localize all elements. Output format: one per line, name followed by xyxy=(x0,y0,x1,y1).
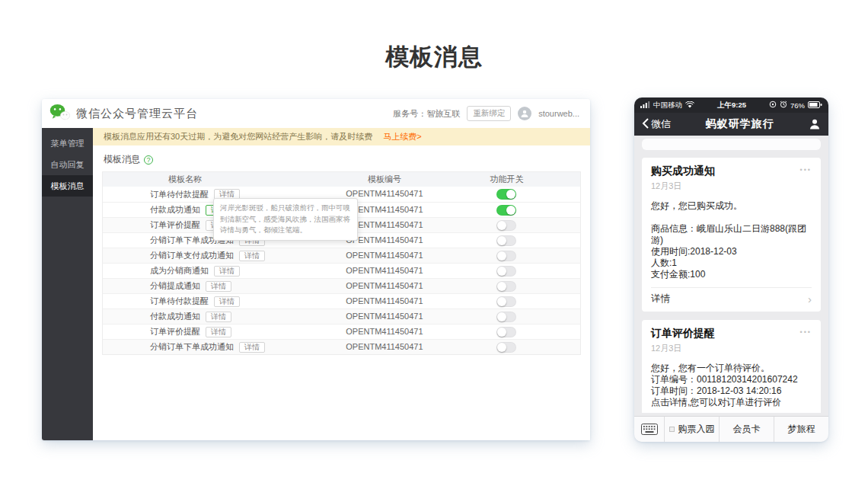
table-row: 分销提成通知 详情 OPENTM411450471 xyxy=(103,278,580,293)
carrier-label: 中国移动 xyxy=(653,101,682,110)
feature-toggle[interactable] xyxy=(496,235,516,246)
sidebar-item[interactable]: 模板消息 xyxy=(42,175,93,197)
table-header-row: 模板名称 模板编号 功能开关 xyxy=(103,172,580,187)
detail-button[interactable]: 详情 xyxy=(214,296,240,307)
brand: 微信公众号管理云平台 xyxy=(49,104,198,124)
status-bar: 中国移动 上午9:25 76% xyxy=(634,98,828,113)
page: 模板消息 微信公众号管理云平台 xyxy=(0,0,868,486)
orientation-lock-icon xyxy=(769,101,777,110)
table-row: 分销订单下单成功通知 详情 OPENTM411450471 xyxy=(103,339,580,354)
battery-icon xyxy=(808,101,822,110)
detail-button[interactable]: 详情 xyxy=(239,251,265,261)
bottom-menu-item[interactable]: 购票入园 xyxy=(665,417,720,442)
template-code: OPENTM411450471 xyxy=(313,325,456,339)
message-date: 12月3日 xyxy=(651,181,812,192)
template-name: 分销提成通知 xyxy=(150,279,200,293)
message-card[interactable]: 购买成功通知 12月3日 您好，您已购买成功。 商品信息：峨眉山乐山二日游888… xyxy=(642,158,821,312)
wechat-logo-icon xyxy=(49,104,70,124)
bottom-menu-item[interactable]: 梦旅程 xyxy=(774,417,828,442)
notice-bar: 模板消息应用还有30天过期，为避免对您网站经营产生影响，请及时续费 马上续费> xyxy=(93,128,590,145)
profile-icon[interactable] xyxy=(809,118,821,130)
template-name: 付款成功通知 xyxy=(150,309,200,324)
bottom-menu-bar: 购票入园 会员卡 梦旅程 xyxy=(634,416,828,442)
template-name: 付款成功通知 xyxy=(150,203,200,217)
bottom-menu-label: 购票入园 xyxy=(678,423,715,436)
feature-toggle[interactable] xyxy=(496,312,516,322)
feature-toggle[interactable] xyxy=(496,296,516,307)
template-name: 分销订单下单成功通知 xyxy=(150,340,234,354)
detail-button[interactable]: 详情 xyxy=(206,312,231,322)
table-row: 订单评价提醒 详情 OPENTM411450471 xyxy=(103,324,580,339)
message-body: 您好，您已购买成功。 商品信息：峨眉山乐山二日游888(跟团游) 使用时间:20… xyxy=(651,200,812,280)
tooltip: 河岸光影斑驳，船只破浪前行，雨中可嗅到清新空气，感受海风吹拂，法国画家将诗情与勇… xyxy=(213,198,358,241)
status-time: 上午9:25 xyxy=(717,101,746,110)
template-code: OPENTM411450471 xyxy=(313,264,456,278)
feature-toggle[interactable] xyxy=(496,220,516,231)
more-options-icon[interactable] xyxy=(800,165,812,175)
message-card[interactable]: 订单评价提醒 12月3日 您好，您有一个订单待评价。 订单编号：00118120… xyxy=(642,320,821,413)
feature-toggle[interactable] xyxy=(496,189,516,200)
username: stourweb... xyxy=(538,109,579,118)
detail-button[interactable]: 详情 xyxy=(239,342,265,353)
feature-toggle[interactable] xyxy=(496,205,516,216)
admin-header: 微信公众号管理云平台 服务号：智旅互联 重新绑定 stourweb... xyxy=(42,99,590,128)
rebind-button[interactable]: 重新绑定 xyxy=(467,106,511,121)
admin-content: 模板消息应用还有30天过期，为避免对您网站经营产生影响，请及时续费 马上续费> … xyxy=(93,128,590,440)
wifi-icon xyxy=(685,101,694,110)
message-title: 购买成功通知 xyxy=(651,165,715,178)
sidebar-item[interactable]: 自动回复 xyxy=(42,154,93,175)
previous-message-partial xyxy=(642,139,821,150)
renew-link[interactable]: 马上续费> xyxy=(383,131,421,142)
sidebar-item[interactable]: 菜单管理 xyxy=(42,133,93,154)
template-code: OPENTM411450471 xyxy=(313,279,456,293)
template-name: 分销订单支付成功通知 xyxy=(150,248,234,263)
feature-toggle[interactable] xyxy=(496,266,516,277)
feature-toggle[interactable] xyxy=(496,327,516,337)
message-date: 12月3日 xyxy=(651,343,812,354)
avatar[interactable] xyxy=(518,107,531,120)
admin-body: 菜单管理 自动回复 模板消息 模板消息应用还有30天过期，为避免对您网站经营产生… xyxy=(42,128,590,440)
column-header-code: 模板编号 xyxy=(313,172,456,187)
section-title: 模板消息 xyxy=(104,153,140,166)
bottom-menu-item[interactable]: 会员卡 xyxy=(720,417,774,442)
template-name: 订单待付款提醒 xyxy=(150,294,209,309)
alarm-clock-icon xyxy=(780,101,787,110)
column-header-switch: 功能开关 xyxy=(456,172,580,187)
nav-bar: 微信 蚂蚁研学旅行 xyxy=(634,113,828,136)
table-row: 订单待付款提醒 详情 OPENTM411450471 xyxy=(103,293,580,309)
template-code: OPENTM411450471 xyxy=(313,309,456,324)
feature-toggle[interactable] xyxy=(496,342,516,353)
back-label: 微信 xyxy=(651,117,671,131)
table-row: 分销订单支付成功通知 详情 OPENTM411450471 xyxy=(103,248,580,263)
message-title: 订单评价提醒 xyxy=(651,327,715,341)
detail-button[interactable]: 详情 xyxy=(206,327,231,337)
signal-icon xyxy=(640,101,650,110)
bottom-menu-label: 梦旅程 xyxy=(788,423,815,436)
table-row: 成为分销商通知 详情 OPENTM411450471 xyxy=(103,263,580,278)
feature-toggle[interactable] xyxy=(496,251,516,261)
page-title: 模板消息 xyxy=(0,41,868,73)
phone-preview: 中国移动 上午9:25 76% xyxy=(634,98,828,442)
bottom-menu-label: 会员卡 xyxy=(733,423,761,436)
template-name: 订单待付款提醒 xyxy=(150,187,209,202)
chevron-left-icon xyxy=(642,118,649,131)
template-name: 订单评价提醒 xyxy=(150,325,200,339)
column-header-name: 模板名称 xyxy=(103,172,313,187)
feature-toggle[interactable] xyxy=(496,281,516,292)
detail-button[interactable]: 详情 xyxy=(214,266,240,277)
admin-panel: 微信公众号管理云平台 服务号：智旅互联 重新绑定 stourweb... 菜单管… xyxy=(42,99,590,440)
keyboard-icon[interactable] xyxy=(634,417,665,442)
detail-button[interactable]: 详情 xyxy=(206,281,231,292)
section-head: 模板消息 xyxy=(93,145,590,171)
service-account-label: 服务号：智旅互联 xyxy=(393,108,460,120)
template-name: 订单评价提醒 xyxy=(150,218,200,232)
more-options-icon[interactable] xyxy=(800,327,812,337)
message-detail-link[interactable]: 详情 xyxy=(651,287,812,305)
back-button[interactable]: 微信 xyxy=(642,117,671,131)
detail-label: 详情 xyxy=(651,293,670,305)
help-icon[interactable] xyxy=(144,155,153,165)
template-name: 成为分销商通知 xyxy=(150,264,209,278)
template-code: OPENTM411450471 xyxy=(313,248,456,263)
sidebar: 菜单管理 自动回复 模板消息 xyxy=(42,128,93,440)
admin-title: 微信公众号管理云平台 xyxy=(76,107,198,121)
